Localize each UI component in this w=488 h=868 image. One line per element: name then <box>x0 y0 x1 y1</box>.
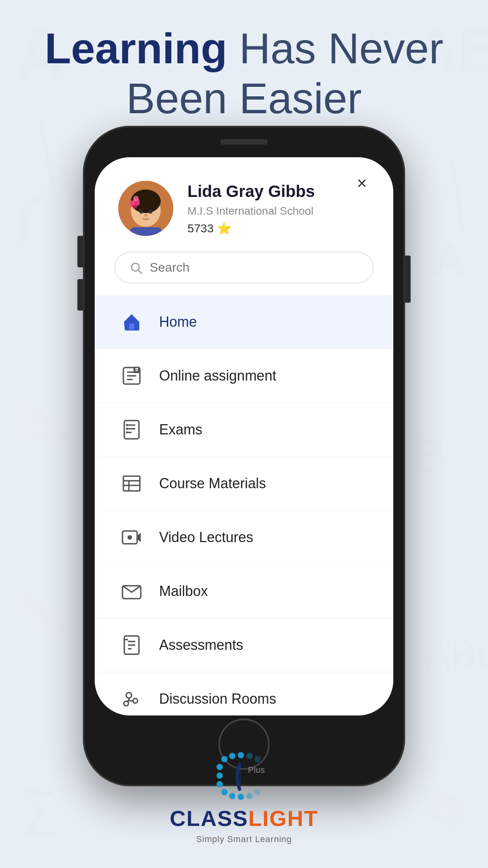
svg-text:📏: 📏 <box>12 589 66 640</box>
logo-icon: Plus <box>213 751 275 802</box>
menu-list: Home Onli <box>95 295 393 715</box>
menu-label-home: Home <box>159 314 197 330</box>
menu-item-exams[interactable]: Exams <box>95 403 393 457</box>
svg-point-17 <box>144 214 147 217</box>
menu-label-video-lectures: Video Lectures <box>159 529 253 546</box>
svg-point-91 <box>229 793 235 799</box>
search-icon <box>129 261 143 274</box>
menu-label-exams: Exams <box>159 421 202 438</box>
svg-line-57 <box>126 701 129 701</box>
search-bar[interactable] <box>114 252 374 283</box>
svg-line-10 <box>39 118 55 197</box>
logo-class: CLASS <box>170 806 248 831</box>
svg-line-24 <box>138 270 141 273</box>
user-school: M.I.S International School <box>187 205 315 217</box>
menu-item-mailbox[interactable]: Mailbox <box>95 565 393 618</box>
svg-point-86 <box>254 756 261 762</box>
logo-text-line: CLASSLIGHT <box>170 805 318 831</box>
power-button <box>405 256 411 303</box>
menu-item-home[interactable]: Home <box>95 295 393 349</box>
discussion-rooms-icon <box>118 686 145 712</box>
svg-point-21 <box>132 204 137 209</box>
phone-frame: × <box>83 126 405 786</box>
page-header: Learning Has NeverBeen Easier <box>0 24 488 123</box>
svg-point-15 <box>139 209 143 214</box>
svg-point-55 <box>124 701 128 706</box>
profile-section: Lida Gray Gibbs M.I.S International Scho… <box>95 157 393 252</box>
svg-point-89 <box>216 781 223 787</box>
svg-text:B: B <box>413 429 447 482</box>
logo-tagline: Simply Smart Learning <box>196 834 292 844</box>
svg-text:📚: 📚 <box>424 789 473 835</box>
svg-point-38 <box>126 428 128 430</box>
svg-point-53 <box>126 693 132 698</box>
svg-point-16 <box>149 209 152 214</box>
exams-icon <box>118 416 145 443</box>
svg-text:A: A <box>432 232 466 285</box>
svg-point-92 <box>238 794 244 800</box>
menu-label-assessments: Assessments <box>159 637 243 653</box>
drawer-menu: × <box>95 157 393 715</box>
search-bar-wrapper <box>95 252 393 295</box>
search-input[interactable] <box>150 260 359 275</box>
svg-point-85 <box>246 753 253 759</box>
phone-screen: × <box>95 157 393 715</box>
assessments-icon <box>118 632 145 658</box>
classlight-logo: Plus CLASSLIGHT Simply Smart Learning <box>170 751 318 844</box>
svg-point-82 <box>221 756 227 762</box>
svg-text:ƒ: ƒ <box>12 186 42 248</box>
svg-point-37 <box>126 424 128 427</box>
svg-point-90 <box>221 789 227 795</box>
svg-point-88 <box>216 772 223 779</box>
menu-item-assessments[interactable]: Assessments <box>95 618 393 672</box>
close-button[interactable]: × <box>350 171 374 195</box>
user-points: 5733 ⭐ <box>187 221 315 235</box>
svg-point-94 <box>254 789 261 795</box>
svg-rect-40 <box>123 476 140 491</box>
svg-text:∑: ∑ <box>20 779 56 837</box>
header-bold: Learning <box>45 24 227 72</box>
svg-line-11 <box>452 157 464 236</box>
svg-point-39 <box>126 431 128 434</box>
svg-text:ABC: ABC <box>424 633 488 677</box>
svg-text:📐: 📐 <box>24 396 73 442</box>
course-materials-icon <box>118 470 145 497</box>
user-name: Lida Gray Gibbs <box>187 182 315 201</box>
svg-text:Plus: Plus <box>248 765 265 775</box>
mailbox-icon <box>118 578 145 605</box>
svg-point-93 <box>246 793 253 799</box>
vol-down-button <box>77 279 83 311</box>
svg-point-87 <box>216 764 223 770</box>
phone-speaker <box>220 139 268 145</box>
svg-rect-22 <box>130 227 161 236</box>
menu-item-course-materials[interactable]: Course Materials <box>95 457 393 511</box>
menu-item-discussion-rooms[interactable]: Discussion Rooms <box>95 672 393 715</box>
video-lectures-icon <box>118 524 145 551</box>
svg-point-83 <box>229 753 235 759</box>
menu-label-mailbox: Mailbox <box>159 583 208 600</box>
home-icon <box>118 309 145 335</box>
avatar <box>118 181 173 236</box>
vol-up-button <box>77 236 83 267</box>
svg-point-46 <box>128 535 132 540</box>
menu-item-video-lectures[interactable]: Video Lectures <box>95 511 393 565</box>
online-assignment-icon <box>118 362 145 389</box>
user-info: Lida Gray Gibbs M.I.S International Scho… <box>187 182 315 235</box>
menu-label-online-assignment: Online assignment <box>159 368 276 384</box>
svg-point-54 <box>133 699 138 703</box>
logo-light: LIGHT <box>248 806 318 831</box>
svg-point-84 <box>238 752 244 758</box>
menu-item-online-assignment[interactable]: Online assignment <box>95 349 393 403</box>
menu-label-course-materials: Course Materials <box>159 475 266 492</box>
svg-point-19 <box>133 196 139 201</box>
menu-label-discussion-rooms: Discussion Rooms <box>159 691 276 707</box>
svg-rect-25 <box>129 324 134 329</box>
